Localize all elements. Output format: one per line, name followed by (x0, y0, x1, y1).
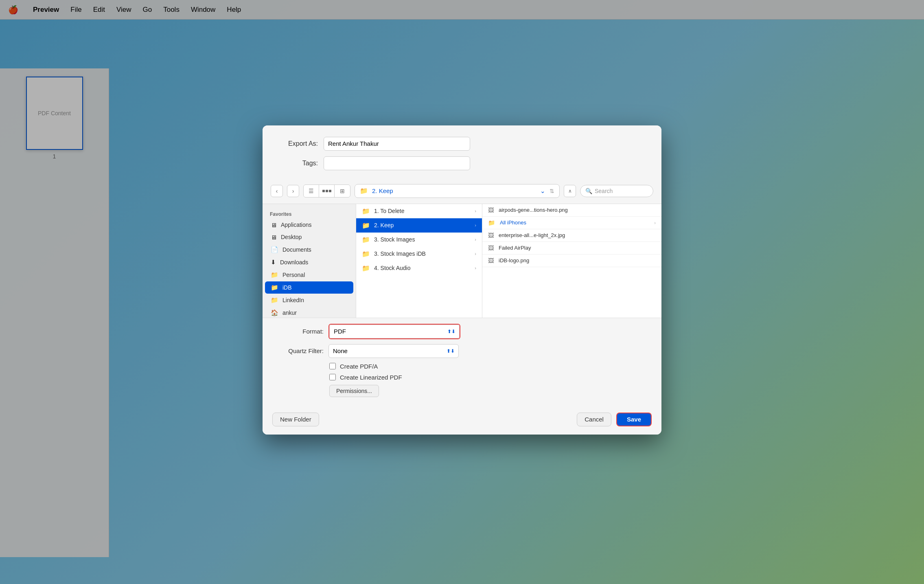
folder-to-delete-label: 1. To Delete (374, 208, 404, 214)
file-all-iphones-chevron: › (654, 220, 656, 225)
dialog-header: Export As: Tags: (263, 125, 661, 184)
downloads-icon: ⬇ (271, 259, 276, 266)
export-as-input[interactable] (324, 137, 470, 151)
idb-icon: 📁 (271, 284, 278, 291)
sidebar-item-documents[interactable]: 📄 Documents (265, 244, 353, 256)
save-dialog: Export As: Tags: ‹ › ☰ ⊞ 📁 (263, 125, 661, 435)
stepper-icon: ⇅ (550, 188, 554, 194)
tags-label: Tags: (279, 160, 324, 167)
folder-keep[interactable]: 📁 2. Keep › (356, 218, 482, 233)
file-airpods-label: airpods-gene...tions-hero.png (499, 207, 568, 213)
column-view-button[interactable] (319, 185, 335, 197)
file-idb-logo-label: iDB-logo.png (499, 257, 529, 263)
folder-stock-audio-icon: 📁 (362, 264, 370, 272)
dialog-overlay: Export As: Tags: ‹ › ☰ ⊞ 📁 (0, 0, 924, 584)
file-idb-logo-icon: 🖼 (488, 257, 494, 264)
format-label: Format: (271, 328, 324, 335)
folder-to-delete[interactable]: 📁 1. To Delete › (356, 204, 482, 218)
search-icon: 🔍 (585, 188, 592, 194)
tags-input[interactable] (324, 156, 470, 170)
personal-label: Personal (282, 272, 305, 278)
view-toggle: ☰ ⊞ (303, 184, 350, 198)
folder-stock-audio[interactable]: 📁 4. Stock Audio › (356, 261, 482, 275)
list-view-button[interactable]: ☰ (304, 185, 319, 197)
grid-view-button[interactable]: ⊞ (335, 185, 350, 197)
folder-keep-chevron: › (475, 223, 476, 228)
format-select-container: PDF JPEG PNG TIFF ⬆⬇ (328, 324, 460, 339)
footer-actions: Cancel Save (577, 413, 652, 426)
downloads-label: Downloads (280, 259, 308, 266)
sidebar-item-ankur[interactable]: 🏠 ankur (265, 307, 353, 318)
folder-keep-icon: 📁 (362, 222, 370, 229)
permissions-button[interactable]: Permissions... (329, 385, 379, 397)
quartz-select[interactable]: None (328, 344, 459, 358)
folder-stock-images-idb[interactable]: 📁 3. Stock Images iDB › (356, 247, 482, 261)
favorites-section-title: Favorites (263, 208, 356, 219)
folder-stock-images-label: 3. Stock Images (374, 236, 415, 243)
ankur-label: ankur (282, 310, 297, 316)
tags-row: Tags: (279, 156, 645, 170)
folder-panel: 📁 1. To Delete › 📁 2. Keep › 📁 3. Stock … (356, 204, 482, 318)
dialog-bottom: Format: PDF JPEG PNG TIFF ⬆⬇ Quartz Filt… (263, 318, 661, 407)
folder-stock-images-icon: 📁 (362, 236, 370, 244)
documents-label: Documents (282, 246, 311, 253)
sidebar-item-desktop[interactable]: 🖥 Desktop (265, 231, 353, 243)
file-panel: 🖼 airpods-gene...tions-hero.png 📁 All iP… (482, 204, 661, 318)
up-directory-button[interactable]: ∧ (564, 185, 576, 197)
create-pdfa-row: Create PDF/A (271, 363, 653, 370)
file-enterprise[interactable]: 🖼 enterprise-all...e-light_2x.jpg (482, 229, 661, 242)
desktop-label: Desktop (281, 234, 302, 240)
file-idb-logo[interactable]: 🖼 iDB-logo.png (482, 255, 661, 267)
dialog-footer: New Folder Cancel Save (263, 407, 661, 435)
file-all-iphones[interactable]: 📁 All iPhones › (482, 217, 661, 229)
save-button[interactable]: Save (616, 413, 652, 426)
format-select[interactable]: PDF JPEG PNG TIFF (329, 325, 460, 338)
folder-stock-images-idb-label: 3. Stock Images iDB (374, 250, 426, 257)
create-linearized-checkbox[interactable] (329, 374, 336, 380)
linkedin-label: LinkedIn (282, 297, 304, 303)
create-linearized-label: Create Linearized PDF (340, 374, 402, 381)
location-chevron-icon: ⌄ (540, 187, 545, 195)
create-linearized-row: Create Linearized PDF (271, 374, 653, 381)
file-all-iphones-icon: 📁 (488, 220, 495, 226)
location-text: 2. Keep (372, 187, 393, 194)
quartz-select-container: None ⬆⬇ (328, 344, 459, 358)
folder-stock-audio-label: 4. Stock Audio (374, 265, 411, 271)
file-all-iphones-label: All iPhones (500, 220, 526, 226)
file-failed-airplay[interactable]: 🖼 Failed AirPlay (482, 242, 661, 255)
sidebar-item-downloads[interactable]: ⬇ Downloads (265, 256, 353, 268)
folder-to-delete-chevron: › (475, 209, 476, 213)
folder-stock-audio-chevron: › (475, 266, 476, 270)
export-row: Export As: (279, 137, 645, 151)
folder-stock-images[interactable]: 📁 3. Stock Images › (356, 233, 482, 247)
back-button[interactable]: ‹ (271, 185, 283, 197)
file-failed-airplay-label: Failed AirPlay (499, 245, 531, 251)
sidebar-item-applications[interactable]: 🖥 Applications (265, 219, 353, 231)
file-enterprise-label: enterprise-all...e-light_2x.jpg (499, 232, 565, 238)
create-pdfa-checkbox[interactable] (329, 363, 336, 369)
idb-label: iDB (282, 284, 292, 291)
location-bar[interactable]: 📁 2. Keep ⌄ ⇅ (355, 184, 560, 198)
new-folder-button[interactable]: New Folder (272, 413, 319, 426)
cancel-button[interactable]: Cancel (577, 413, 611, 426)
file-failed-airplay-icon: 🖼 (488, 245, 494, 251)
sidebar-item-linkedin[interactable]: 📁 LinkedIn (265, 294, 353, 306)
forward-button[interactable]: › (287, 185, 299, 197)
folder-stock-images-idb-icon: 📁 (362, 250, 370, 258)
file-airpods-icon: 🖼 (488, 207, 494, 213)
folder-stock-images-idb-chevron: › (475, 251, 476, 256)
personal-icon: 📁 (271, 271, 278, 279)
ankur-icon: 🏠 (271, 309, 278, 316)
search-placeholder: Search (595, 188, 613, 194)
sidebar-item-personal[interactable]: 📁 Personal (265, 269, 353, 281)
folder-icon: 📁 (360, 187, 368, 195)
documents-icon: 📄 (271, 246, 278, 253)
file-airpods[interactable]: 🖼 airpods-gene...tions-hero.png (482, 204, 661, 217)
sidebar-item-idb[interactable]: 📁 iDB (265, 281, 353, 294)
export-as-label: Export As: (279, 140, 324, 147)
linkedin-icon: 📁 (271, 296, 278, 304)
search-box[interactable]: 🔍 Search (580, 185, 653, 197)
browser-content: Favorites 🖥 Applications 🖥 Desktop 📄 Doc… (263, 204, 661, 318)
quartz-label: Quartz Filter: (271, 347, 324, 354)
browser-toolbar: ‹ › ☰ ⊞ 📁 2. Keep ⌄ ⇅ ∧ 🔍 Search (263, 184, 661, 204)
